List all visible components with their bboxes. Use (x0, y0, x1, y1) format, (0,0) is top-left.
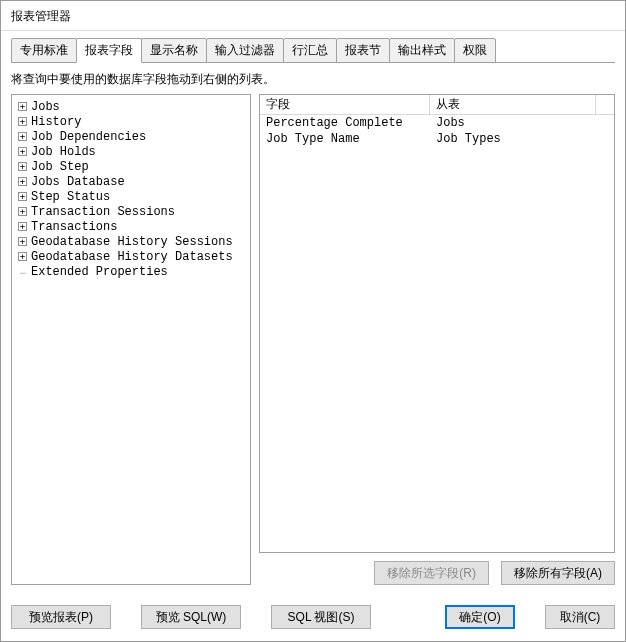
tree-node-0[interactable]: +Jobs (14, 99, 248, 114)
cancel-button[interactable]: 取消(C) (545, 605, 615, 629)
expand-icon[interactable]: + (18, 147, 27, 156)
tab-1[interactable]: 报表字段 (76, 38, 142, 63)
tree-node-2[interactable]: +Job Dependencies (14, 129, 248, 144)
cell-from: Job Types (430, 131, 614, 147)
tree-node-label: Transactions (31, 220, 117, 234)
expand-icon[interactable]: + (18, 102, 27, 111)
ok-button[interactable]: 确定(O) (445, 605, 515, 629)
list-body[interactable]: Percentage CompleteJobsJob Type NameJob … (260, 115, 614, 552)
tree-node-label: Jobs (31, 100, 60, 114)
tree-node-8[interactable]: +Transactions (14, 219, 248, 234)
leaf-icon: … (18, 267, 27, 276)
tree-node-9[interactable]: +Geodatabase History Sessions (14, 234, 248, 249)
title-bar: 报表管理器 (1, 1, 625, 31)
preview-sql-button[interactable]: 预览 SQL(W) (141, 605, 241, 629)
tree-node-7[interactable]: +Transaction Sessions (14, 204, 248, 219)
tree-node-label: History (31, 115, 81, 129)
tree-node-label: Job Step (31, 160, 89, 174)
cell-field: Percentage Complete (260, 115, 430, 131)
remove-selected-button[interactable]: 移除所选字段(R) (374, 561, 489, 585)
list-panel[interactable]: 字段 从表 Percentage CompleteJobsJob Type Na… (259, 94, 615, 553)
tab-6[interactable]: 输出样式 (389, 38, 455, 63)
tab-4[interactable]: 行汇总 (283, 38, 337, 63)
header-pad (596, 95, 614, 114)
bottom-bar: 预览报表(P) 预览 SQL(W) SQL 视图(S) 确定(O) 取消(C) (1, 595, 625, 641)
tree-node-3[interactable]: +Job Holds (14, 144, 248, 159)
tree-node-label: Jobs Database (31, 175, 125, 189)
expand-icon[interactable]: + (18, 192, 27, 201)
tree-node-11[interactable]: …Extended Properties (14, 264, 248, 279)
expand-icon[interactable]: + (18, 132, 27, 141)
tree-node-10[interactable]: +Geodatabase History Datasets (14, 249, 248, 264)
sql-view-button[interactable]: SQL 视图(S) (271, 605, 371, 629)
list-row[interactable]: Job Type NameJob Types (260, 131, 614, 147)
tab-5[interactable]: 报表节 (336, 38, 390, 63)
cell-from: Jobs (430, 115, 614, 131)
tree-node-label: Step Status (31, 190, 110, 204)
expand-icon[interactable]: + (18, 177, 27, 186)
tree-node-4[interactable]: +Job Step (14, 159, 248, 174)
expand-icon[interactable]: + (18, 222, 27, 231)
tab-row: 专用标准报表字段显示名称输入过滤器行汇总报表节输出样式权限 (11, 39, 615, 63)
report-manager-window: 报表管理器 专用标准报表字段显示名称输入过滤器行汇总报表节输出样式权限 将查询中… (0, 0, 626, 642)
list-header: 字段 从表 (260, 95, 614, 115)
tree-node-label: Extended Properties (31, 265, 168, 279)
expand-icon[interactable]: + (18, 237, 27, 246)
tree-node-6[interactable]: +Step Status (14, 189, 248, 204)
header-field[interactable]: 字段 (260, 95, 430, 114)
list-row[interactable]: Percentage CompleteJobs (260, 115, 614, 131)
tree-node-label: Job Holds (31, 145, 96, 159)
main-panels: +Jobs+History+Job Dependencies+Job Holds… (11, 94, 615, 585)
tab-0[interactable]: 专用标准 (11, 38, 77, 63)
preview-report-button[interactable]: 预览报表(P) (11, 605, 111, 629)
tab-2[interactable]: 显示名称 (141, 38, 207, 63)
tree-node-label: Geodatabase History Sessions (31, 235, 233, 249)
instruction-text: 将查询中要使用的数据库字段拖动到右侧的列表。 (11, 71, 615, 88)
tree-node-label: Job Dependencies (31, 130, 146, 144)
right-side: 字段 从表 Percentage CompleteJobsJob Type Na… (259, 94, 615, 585)
remove-all-button[interactable]: 移除所有字段(A) (501, 561, 615, 585)
cell-field: Job Type Name (260, 131, 430, 147)
tree-node-label: Geodatabase History Datasets (31, 250, 233, 264)
expand-icon[interactable]: + (18, 207, 27, 216)
tab-7[interactable]: 权限 (454, 38, 496, 63)
window-title: 报表管理器 (11, 9, 71, 23)
tab-3[interactable]: 输入过滤器 (206, 38, 284, 63)
expand-icon[interactable]: + (18, 252, 27, 261)
tree-panel[interactable]: +Jobs+History+Job Dependencies+Job Holds… (11, 94, 251, 585)
expand-icon[interactable]: + (18, 117, 27, 126)
content-area: 专用标准报表字段显示名称输入过滤器行汇总报表节输出样式权限 将查询中要使用的数据… (1, 31, 625, 595)
remove-buttons-row: 移除所选字段(R) 移除所有字段(A) (259, 561, 615, 585)
expand-icon[interactable]: + (18, 162, 27, 171)
tree-node-1[interactable]: +History (14, 114, 248, 129)
tree-node-label: Transaction Sessions (31, 205, 175, 219)
tree-node-5[interactable]: +Jobs Database (14, 174, 248, 189)
header-from[interactable]: 从表 (430, 95, 596, 114)
